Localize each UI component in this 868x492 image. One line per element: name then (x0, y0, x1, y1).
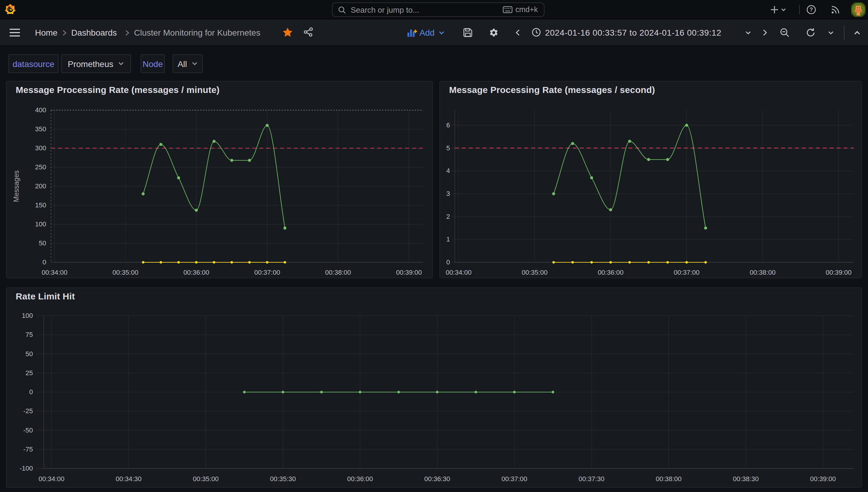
data-point[interactable] (628, 140, 631, 143)
save-icon[interactable] (463, 28, 473, 38)
data-point[interactable] (436, 391, 439, 394)
data-point[interactable] (281, 391, 284, 394)
data-point[interactable] (213, 140, 216, 143)
time-forward-icon[interactable] (762, 29, 768, 36)
chevron-down-icon (191, 61, 198, 67)
data-point[interactable] (195, 261, 197, 264)
data-point[interactable] (397, 391, 400, 394)
data-point[interactable] (266, 124, 269, 127)
chevron-right-icon (61, 30, 67, 36)
data-point[interactable] (685, 124, 688, 127)
chevron-down-icon[interactable] (827, 30, 834, 35)
data-point[interactable] (160, 261, 162, 264)
data-point[interactable] (686, 261, 688, 264)
data-point[interactable] (571, 142, 574, 145)
help-icon[interactable]: ? (807, 5, 816, 15)
search-placeholder: Search or jump to... (351, 5, 503, 14)
data-point[interactable] (666, 261, 669, 264)
data-point[interactable] (284, 261, 286, 264)
breadcrumb-current[interactable]: Cluster Monitoring for Kubernetes (134, 28, 261, 38)
x-tick-label: 00:36:00 (183, 269, 209, 276)
data-point[interactable] (142, 261, 144, 264)
data-point[interactable] (320, 391, 323, 394)
clock-icon[interactable] (532, 28, 541, 37)
data-point[interactable] (195, 208, 198, 212)
y-tick-label: 350 (35, 125, 46, 133)
x-tick-label: 00:36:30 (424, 475, 450, 483)
data-point[interactable] (474, 391, 477, 394)
variable-value-datasource[interactable]: Prometheus (61, 54, 131, 73)
y-tick-label: 100 (35, 220, 46, 228)
data-point[interactable] (177, 261, 180, 264)
breadcrumb-home[interactable]: Home (35, 28, 58, 38)
data-point[interactable] (142, 192, 145, 195)
refresh-icon[interactable] (806, 28, 816, 38)
data-point[interactable] (704, 261, 707, 264)
y-tick-label: 250 (35, 163, 46, 171)
chevron-down-icon[interactable] (780, 7, 787, 12)
avatar[interactable] (851, 2, 866, 17)
data-point[interactable] (513, 391, 516, 394)
data-point[interactable] (159, 143, 163, 146)
variable-label-node[interactable]: Node (141, 54, 165, 73)
data-point[interactable] (552, 192, 555, 195)
search-input[interactable]: Search or jump to... cmd+k (332, 2, 544, 17)
data-point[interactable] (590, 176, 593, 179)
chevron-down-icon[interactable] (745, 30, 751, 35)
x-tick-label: 00:34:00 (39, 475, 65, 483)
divider (844, 25, 844, 40)
variable-value-node[interactable]: All (173, 54, 203, 73)
variable-label-datasource[interactable]: datasource (8, 54, 58, 73)
time-range-picker[interactable]: 2024-01-16 00:33:57 to 2024-01-16 00:39:… (545, 28, 721, 38)
y-tick-label: -50 (23, 426, 33, 434)
add-icon[interactable] (770, 5, 779, 14)
data-point[interactable] (248, 261, 251, 264)
x-tick-label: 00:34:00 (42, 269, 68, 276)
panel-msg-rate-minute: Message Processing Rate (messages / minu… (6, 81, 433, 278)
add-button[interactable]: Add (420, 28, 435, 38)
data-point[interactable] (213, 261, 215, 264)
divider (799, 5, 800, 15)
data-point[interactable] (283, 227, 287, 230)
data-point[interactable] (704, 226, 707, 229)
share-icon[interactable] (304, 27, 313, 37)
time-back-icon[interactable] (515, 29, 521, 36)
add-panel-icon[interactable] (407, 28, 417, 38)
top-nav-bar: Search or jump to... cmd+k ? (0, 0, 868, 19)
data-point[interactable] (628, 261, 631, 264)
data-point[interactable] (571, 261, 574, 264)
data-point[interactable] (552, 391, 554, 394)
data-point[interactable] (177, 176, 180, 179)
data-point[interactable] (552, 261, 555, 264)
chart-rate-limit-hit[interactable]: -100-75-50-25025507510000:34:0000:34:300… (7, 288, 861, 487)
data-point[interactable] (359, 391, 362, 394)
data-point[interactable] (609, 208, 612, 211)
y-tick-label: -25 (23, 407, 33, 415)
data-point[interactable] (590, 261, 593, 264)
grafana-logo[interactable] (4, 3, 16, 16)
menu-icon[interactable] (10, 28, 20, 37)
x-tick-label: 00:38:00 (656, 475, 682, 483)
data-point[interactable] (248, 159, 251, 162)
y-axis-title: Messages (13, 171, 20, 202)
data-point[interactable] (266, 261, 268, 264)
breadcrumb-dashboards[interactable]: Dashboards (71, 28, 117, 38)
chevron-down-icon[interactable] (438, 30, 445, 35)
settings-icon[interactable] (489, 28, 499, 38)
zoom-out-icon[interactable] (780, 28, 790, 38)
data-point[interactable] (609, 261, 612, 264)
y-tick-label: 0 (29, 388, 33, 396)
y-tick-label: 2 (446, 213, 450, 220)
data-point[interactable] (243, 391, 246, 394)
data-point[interactable] (647, 261, 650, 264)
data-point[interactable] (666, 158, 669, 161)
data-point[interactable] (230, 159, 233, 162)
data-point[interactable] (647, 158, 650, 161)
data-point[interactable] (230, 261, 233, 264)
collapse-icon[interactable] (853, 30, 861, 35)
y-tick-label: 150 (35, 201, 46, 209)
chart-msg-rate-minute[interactable]: 05010015020025030035040000:34:0000:35:00… (7, 81, 432, 278)
news-icon[interactable] (830, 5, 840, 15)
star-icon[interactable] (282, 27, 293, 38)
chart-msg-rate-second[interactable]: 012345600:34:0000:35:0000:36:0000:37:000… (440, 81, 861, 278)
